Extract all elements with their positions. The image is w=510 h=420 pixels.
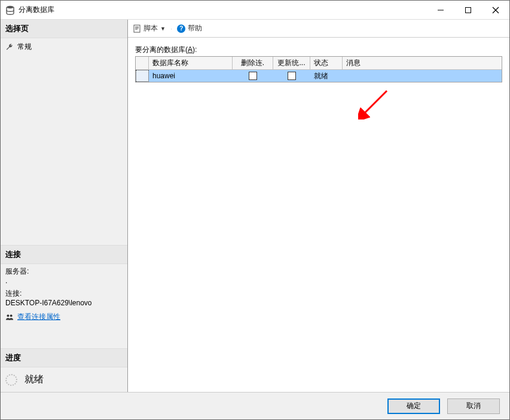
maximize-button[interactable] [454, 1, 482, 20]
sidebar-item-label: 常规 [17, 42, 32, 52]
progress-status: 就绪 [25, 373, 44, 386]
minimize-button[interactable] [427, 1, 454, 20]
connection-header: 连接 [1, 245, 127, 264]
progress-row: 就绪 [1, 367, 127, 392]
cell-status: 就绪 [310, 70, 343, 82]
section-label-key: A [188, 45, 193, 54]
col-header-message[interactable]: 消息 [343, 57, 502, 69]
script-dropdown-icon[interactable]: ▼ [160, 26, 166, 32]
progress-spinner-icon [5, 374, 17, 386]
cell-update-stat [273, 70, 310, 82]
toolbar-separator: · [170, 24, 172, 33]
svg-rect-2 [466, 7, 471, 13]
connection-field: 连接: DESKTOP-I67A629\lenovo [5, 289, 123, 307]
svg-rect-7 [134, 25, 140, 32]
main-panel: 脚本 ▼ · ? 帮助 要分离的数据库(A): 数据库名称 删除连. 更新统..… [128, 20, 509, 392]
select-page-body: 常规 [1, 38, 127, 56]
progress-header: 进度 [1, 348, 127, 367]
titlebar: 分离数据库 [1, 1, 509, 20]
row-selector[interactable] [136, 70, 149, 82]
databases-grid: 数据库名称 删除连. 更新统... 状态 消息 huawei 就绪 [135, 56, 502, 82]
close-button[interactable] [482, 1, 509, 20]
row-header-cell [136, 57, 149, 69]
window-title: 分离数据库 [19, 5, 54, 15]
select-page-header: 选择页 [1, 20, 127, 38]
sidebar: 选择页 常规 连接 服务器: . 连接: DESKTOP-I67A629\len… [1, 20, 128, 392]
table-row[interactable]: huawei 就绪 [136, 70, 502, 82]
ok-button[interactable]: 确定 [387, 398, 440, 414]
section-label-pre: 要分离的数据库( [135, 45, 188, 54]
view-props-link[interactable]: 查看连接属性 [17, 312, 60, 322]
svg-point-0 [7, 5, 14, 8]
grid-section-label: 要分离的数据库(A): [135, 45, 502, 55]
cell-delete-conn [233, 70, 273, 82]
sidebar-filler [1, 56, 127, 245]
delete-conn-checkbox[interactable] [249, 72, 257, 80]
server-label: 服务器: [5, 266, 123, 277]
content-area: 选择页 常规 连接 服务器: . 连接: DESKTOP-I67A629\len… [1, 20, 509, 392]
cancel-button[interactable]: 取消 [447, 398, 500, 414]
main-body: 要分离的数据库(A): 数据库名称 删除连. 更新统... 状态 消息 huaw… [128, 38, 509, 392]
col-header-name[interactable]: 数据库名称 [149, 57, 233, 69]
connection-value: DESKTOP-I67A629\lenovo [5, 299, 123, 307]
grid-header-row: 数据库名称 删除连. 更新统... 状态 消息 [136, 57, 502, 70]
section-label-post: ): [193, 45, 197, 54]
annotation-arrow [358, 90, 388, 119]
dialog-footer: 确定 取消 [1, 392, 509, 419]
svg-line-11 [363, 91, 387, 115]
sidebar-gap [1, 324, 127, 348]
toolbar: 脚本 ▼ · ? 帮助 [128, 20, 509, 38]
server-field: 服务器: . [5, 266, 123, 285]
svg-point-6 [10, 314, 13, 317]
script-button[interactable]: 脚本 [143, 23, 158, 33]
cell-db-name: huawei [149, 70, 233, 82]
col-header-update-stat[interactable]: 更新统... [273, 57, 310, 69]
server-value: . [5, 277, 123, 285]
connection-label: 连接: [5, 289, 123, 299]
people-icon [5, 313, 14, 321]
col-header-delete-conn[interactable]: 删除连. [233, 57, 273, 69]
connection-body: 服务器: . 连接: DESKTOP-I67A629\lenovo 查看连接属性 [1, 264, 127, 324]
sidebar-item-general[interactable]: 常规 [5, 41, 123, 53]
svg-point-5 [7, 314, 9, 317]
help-icon: ? [177, 24, 185, 33]
script-icon [133, 24, 141, 33]
cell-message [343, 70, 502, 82]
database-icon [5, 5, 15, 15]
col-header-status[interactable]: 状态 [310, 57, 343, 69]
update-stat-checkbox[interactable] [288, 72, 296, 80]
view-connection-properties[interactable]: 查看连接属性 [5, 312, 123, 322]
help-button[interactable]: 帮助 [188, 23, 202, 33]
wrench-icon [5, 43, 14, 51]
